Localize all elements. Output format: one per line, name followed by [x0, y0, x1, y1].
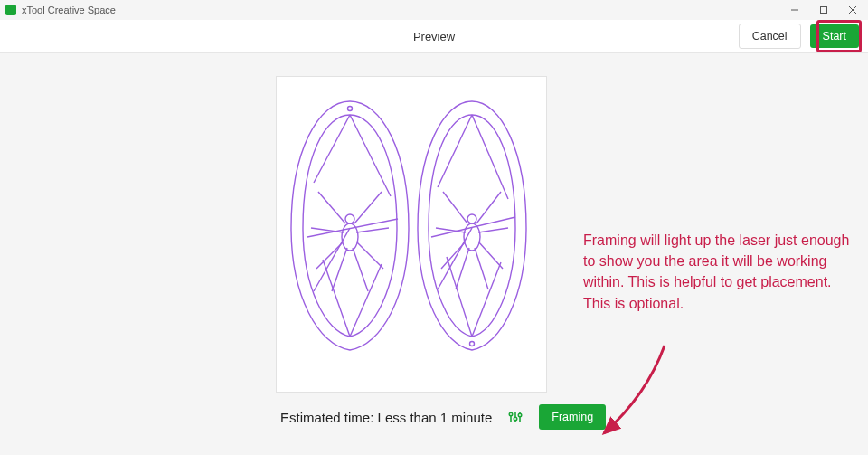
preview-status-row: Estimated time: Less than 1 minute Frami…: [280, 404, 606, 430]
preview-canvas: [276, 76, 547, 393]
svg-point-9: [467, 214, 476, 223]
svg-rect-1: [821, 7, 827, 14]
cancel-button[interactable]: Cancel: [739, 24, 801, 49]
window-title: xTool Creative Space: [22, 5, 788, 15]
window-titlebar: xTool Creative Space: [0, 0, 868, 20]
svg-point-14: [514, 417, 517, 420]
maximize-button[interactable]: [817, 4, 830, 16]
svg-point-6: [345, 214, 354, 223]
framing-button[interactable]: Framing: [539, 404, 606, 430]
svg-point-13: [510, 412, 513, 415]
toolbar-title: Preview: [413, 30, 455, 43]
svg-point-4: [348, 107, 353, 111]
close-button[interactable]: [846, 4, 859, 16]
svg-point-7: [470, 342, 475, 346]
content-area: Estimated time: Less than 1 minute Frami…: [0, 53, 868, 455]
tutorial-annotation: Framing will light up the laser just eno…: [583, 230, 854, 314]
svg-point-15: [519, 413, 522, 416]
estimated-time-label: Estimated time: Less than 1 minute: [280, 410, 492, 425]
minimize-button[interactable]: [788, 4, 801, 16]
sliders-icon[interactable]: [508, 410, 523, 424]
preview-toolbar: Preview Cancel Start: [0, 20, 868, 53]
design-preview-svg: [289, 94, 533, 374]
app-icon: [5, 5, 16, 15]
start-button[interactable]: Start: [810, 24, 859, 48]
annotation-arrow: [597, 341, 678, 444]
